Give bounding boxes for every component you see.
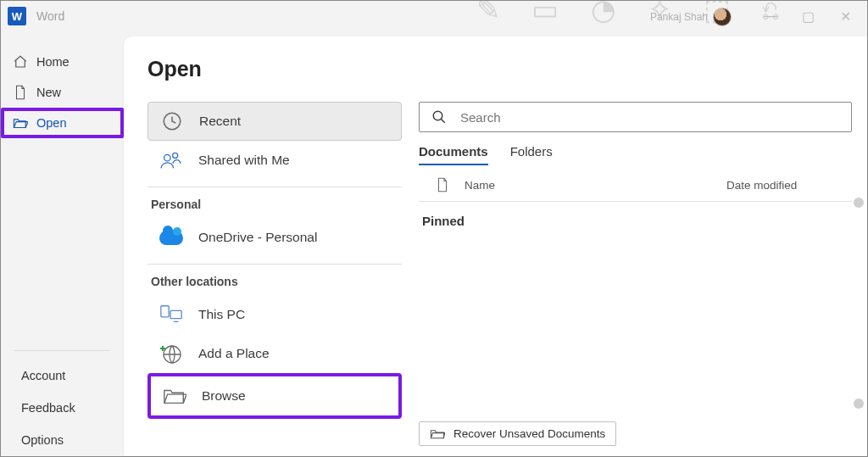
backstage-nav: Home New Open Account Feedback Options (1, 31, 124, 456)
heading-personal: Personal (147, 187, 402, 218)
location-onedrive[interactable]: OneDrive - Personal (147, 218, 402, 257)
nav-new[interactable]: New (1, 77, 124, 108)
location-thispc-label: This PC (198, 307, 245, 322)
folder-browse-icon (163, 384, 186, 408)
maximize-button[interactable]: ▢ (789, 4, 826, 28)
svg-rect-4 (170, 310, 181, 318)
tab-documents[interactable]: Documents (419, 144, 488, 165)
recover-unsaved-button[interactable]: Recover Unsaved Documents (419, 421, 616, 446)
recover-unsaved-label: Recover Unsaved Documents (453, 427, 605, 440)
onedrive-icon (159, 226, 183, 249)
nav-account[interactable]: Account (1, 359, 124, 392)
minimize-button[interactable]: — (752, 4, 789, 28)
globe-plus-icon (159, 342, 183, 365)
column-date[interactable]: Date modified (726, 179, 845, 192)
column-name[interactable]: Name (465, 179, 711, 192)
people-icon (159, 148, 183, 172)
file-browser: Documents Folders Name Date modified Pin… (419, 102, 867, 456)
svg-point-2 (173, 153, 178, 158)
location-addplace-label: Add a Place (198, 346, 270, 361)
scroll-up-icon[interactable] (854, 198, 864, 208)
svg-rect-3 (161, 306, 169, 317)
home-icon (13, 54, 28, 70)
section-pinned: Pinned (419, 202, 852, 228)
open-page: Open Recent Shared with Me (124, 36, 867, 456)
search-input[interactable] (460, 110, 839, 125)
scrollbar[interactable] (854, 198, 864, 409)
window-controls: — ▢ ✕ (752, 4, 864, 28)
location-recent[interactable]: Recent (147, 102, 402, 141)
word-logo-icon: W (8, 7, 26, 25)
folder-open-icon (13, 115, 28, 131)
location-recent-label: Recent (199, 114, 241, 129)
file-icon (436, 177, 449, 192)
new-doc-icon (13, 85, 28, 100)
clock-icon (160, 109, 184, 133)
svg-point-6 (433, 111, 442, 120)
location-browse-label: Browse (202, 388, 246, 404)
user-name: Pankaj Shah (650, 11, 708, 23)
location-shared[interactable]: Shared with Me (147, 141, 402, 180)
user-area[interactable]: Pankaj Shah (650, 8, 732, 26)
title-bar: W Word ✎ ▭ ◔ ✧ ⬚ ⎌ Pankaj Shah — ▢ ✕ (1, 1, 867, 31)
pc-icon (159, 303, 183, 326)
location-addplace[interactable]: Add a Place (147, 334, 402, 373)
file-list-header: Name Date modified (419, 165, 852, 202)
search-box[interactable] (419, 102, 852, 132)
location-thispc[interactable]: This PC (147, 295, 402, 334)
nav-open[interactable]: Open (1, 108, 124, 138)
nav-home-label: Home (36, 55, 70, 69)
user-avatar-icon (713, 8, 732, 26)
nav-home[interactable]: Home (1, 47, 124, 77)
nav-open-label: Open (36, 116, 66, 130)
folder-recover-icon (430, 428, 445, 440)
location-browse[interactable]: Browse (147, 373, 402, 419)
close-button[interactable]: ✕ (826, 4, 864, 28)
nav-feedback[interactable]: Feedback (1, 392, 124, 424)
location-list: Recent Shared with Me Personal OneDrive … (147, 102, 419, 456)
nav-new-label: New (36, 86, 61, 99)
page-title: Open (147, 57, 867, 81)
title-decoration: ✎ ▭ ◔ ✧ ⬚ ⎌ (476, 1, 791, 26)
app-window: W Word ✎ ▭ ◔ ✧ ⬚ ⎌ Pankaj Shah — ▢ ✕ Hom… (0, 0, 868, 457)
svg-point-1 (164, 154, 170, 160)
nav-options[interactable]: Options (1, 424, 124, 456)
location-shared-label: Shared with Me (198, 153, 290, 168)
app-name: Word (36, 9, 64, 23)
tab-folders[interactable]: Folders (510, 144, 553, 165)
scroll-down-icon[interactable] (854, 398, 864, 409)
heading-other: Other locations (147, 265, 402, 295)
view-tabs: Documents Folders (419, 144, 852, 165)
location-onedrive-label: OneDrive - Personal (198, 230, 317, 245)
search-icon (431, 109, 447, 125)
